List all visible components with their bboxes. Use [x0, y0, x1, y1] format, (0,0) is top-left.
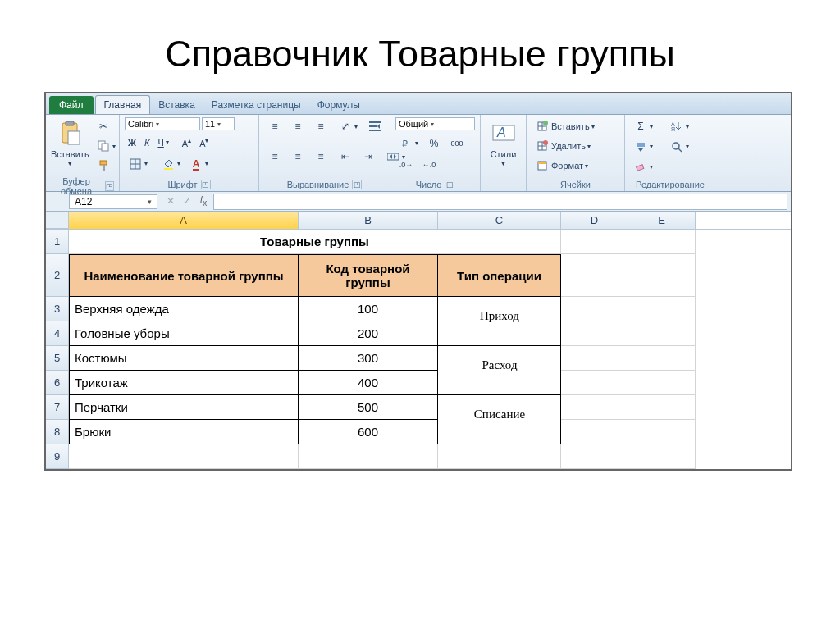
cell-E5[interactable] — [628, 346, 696, 371]
borders-button[interactable]: ▾ — [125, 155, 151, 173]
fx-button[interactable]: fx — [195, 194, 212, 207]
decrease-indent-button[interactable]: ⇤ — [335, 148, 356, 166]
cell-A5[interactable]: Костюмы — [69, 346, 299, 371]
cell-D7[interactable] — [561, 395, 628, 420]
align-center-button[interactable]: ≡ — [287, 148, 308, 166]
align-right-button[interactable]: ≡ — [310, 148, 331, 166]
number-format-selector[interactable]: Общий▾ — [395, 117, 475, 130]
cell-A8[interactable]: Брюки — [69, 420, 299, 444]
cell-B8[interactable]: 600 — [299, 420, 438, 444]
cell-B6[interactable]: 400 — [299, 371, 438, 395]
cell-D1[interactable] — [561, 230, 628, 254]
cell-E8[interactable] — [628, 420, 696, 444]
align-middle-button[interactable]: ≡ — [287, 117, 308, 135]
cell-C3[interactable] — [438, 297, 561, 321]
name-box[interactable]: A12▾ — [69, 194, 158, 209]
font-name-selector[interactable]: Calibri▾ — [125, 117, 200, 130]
formula-input[interactable] — [213, 194, 788, 210]
col-header-D[interactable]: D — [561, 212, 628, 229]
cell-E7[interactable] — [628, 395, 696, 420]
styles-button[interactable]: A Стили ▼ — [486, 117, 521, 167]
cut-button[interactable]: ✂ — [93, 117, 119, 135]
cell-B9[interactable] — [299, 444, 438, 469]
shrink-font-button[interactable]: A▾ — [196, 135, 212, 150]
cell-D6[interactable] — [561, 371, 628, 395]
orientation-button[interactable]: ⤢▾ — [335, 117, 361, 135]
cell-E6[interactable] — [628, 371, 696, 395]
cell-E1[interactable] — [628, 230, 696, 254]
row-header-6[interactable]: 6 — [46, 371, 69, 395]
tab-formulas[interactable]: Формулы — [309, 96, 368, 114]
percent-button[interactable]: % — [423, 134, 445, 153]
autosum-button[interactable]: Σ▾ — [630, 117, 656, 135]
format-painter-button[interactable] — [93, 157, 119, 175]
paste-button[interactable]: Вставить ▼ — [51, 117, 89, 167]
fill-button[interactable]: ▾ — [630, 138, 656, 156]
cell-A7[interactable]: Перчатки — [69, 395, 299, 420]
accounting-format-button[interactable]: ₽▾ — [395, 134, 422, 153]
fill-color-button[interactable]: ▾ — [158, 155, 184, 173]
cell-D9[interactable] — [561, 444, 628, 469]
format-cells-button[interactable]: Формат▾ — [532, 157, 619, 175]
number-launcher[interactable]: ◳ — [445, 180, 454, 189]
cell-title[interactable]: Товарные группы — [69, 230, 561, 254]
cell-E9[interactable] — [628, 444, 696, 469]
align-top-button[interactable]: ≡ — [264, 117, 285, 135]
cell-E4[interactable] — [628, 321, 696, 346]
increase-decimal-button[interactable]: .0→ — [395, 156, 417, 174]
select-all-corner[interactable] — [46, 212, 69, 229]
cell-B5[interactable]: 300 — [299, 346, 438, 371]
insert-cells-button[interactable]: Вставить▾ — [532, 117, 619, 135]
cell-C5[interactable] — [438, 346, 561, 371]
cell-E3[interactable] — [628, 297, 696, 321]
row-header-7[interactable]: 7 — [46, 395, 69, 420]
cell-C8[interactable] — [438, 420, 561, 444]
cell-C9[interactable] — [438, 444, 561, 469]
row-header-9[interactable]: 9 — [46, 444, 69, 469]
font-launcher[interactable]: ◳ — [201, 180, 211, 189]
cell-A9[interactable] — [69, 444, 299, 469]
cell-C4[interactable] — [438, 321, 561, 346]
row-header-3[interactable]: 3 — [46, 297, 69, 321]
clipboard-launcher[interactable]: ◳ — [105, 181, 114, 191]
tab-page-layout[interactable]: Разметка страницы — [203, 96, 309, 114]
row-header-8[interactable]: 8 — [46, 420, 69, 444]
row-header-2[interactable]: 2 — [46, 254, 69, 297]
comma-button[interactable]: 000 — [446, 134, 468, 153]
cell-D2[interactable] — [561, 254, 628, 297]
cell-C6[interactable] — [438, 371, 561, 395]
cell-B7[interactable]: 500 — [299, 395, 438, 420]
cell-D4[interactable] — [561, 321, 628, 346]
clear-button[interactable]: ▾ — [630, 157, 656, 175]
cell-A3[interactable]: Верхняя одежда — [69, 297, 299, 321]
find-button[interactable]: ▾ — [666, 138, 692, 156]
fx-enter[interactable]: ✓ — [179, 195, 195, 207]
row-header-4[interactable]: 4 — [46, 321, 69, 346]
tab-insert[interactable]: Вставка — [150, 96, 203, 114]
cell-A4[interactable]: Головные уборы — [69, 321, 299, 346]
cell-hdr-name[interactable]: Наименование товарной группы — [69, 254, 299, 297]
align-bottom-button[interactable]: ≡ — [310, 117, 331, 135]
col-header-A[interactable]: A — [69, 212, 299, 229]
cell-hdr-op[interactable]: Тип операции — [438, 254, 561, 297]
alignment-launcher[interactable]: ◳ — [352, 180, 362, 189]
delete-cells-button[interactable]: Удалить▾ — [532, 137, 619, 155]
tab-file[interactable]: Файл — [49, 96, 94, 114]
cell-D8[interactable] — [561, 420, 628, 444]
grow-font-button[interactable]: A▴ — [179, 135, 194, 150]
sort-filter-button[interactable]: AЯ▾ — [666, 117, 692, 135]
copy-button[interactable]: ▾ — [93, 137, 119, 155]
fx-cancel[interactable]: ✕ — [162, 195, 179, 207]
tab-home[interactable]: Главная — [95, 95, 151, 114]
font-color-button[interactable]: A▾ — [185, 155, 212, 173]
cell-B4[interactable]: 200 — [299, 321, 438, 346]
cell-C7[interactable] — [438, 395, 561, 420]
cell-D5[interactable] — [561, 346, 628, 371]
align-left-button[interactable]: ≡ — [264, 148, 285, 166]
col-header-E[interactable]: E — [628, 212, 696, 229]
row-header-5[interactable]: 5 — [46, 346, 69, 371]
underline-button[interactable]: Ч▾ — [154, 136, 171, 149]
decrease-decimal-button[interactable]: ←.0 — [418, 156, 440, 174]
row-header-1[interactable]: 1 — [46, 230, 69, 254]
italic-button[interactable]: К — [141, 136, 153, 149]
